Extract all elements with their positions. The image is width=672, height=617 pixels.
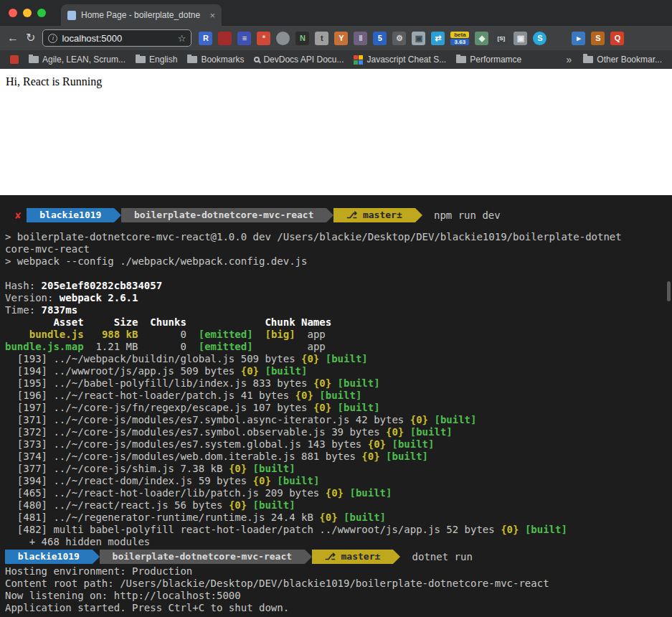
- terminal-line: bundle.js 988 kB 0 [emitted] [big] app: [5, 329, 667, 341]
- bookmark-item-3[interactable]: English: [131, 55, 181, 65]
- folder-icon: [456, 56, 466, 63]
- terminal-line: Asset Size Chunks Chunk Names: [5, 316, 667, 329]
- extension-icon-22[interactable]: Q: [610, 32, 624, 45]
- prompt-command: dotnet run: [400, 550, 473, 564]
- bookmark-item-4[interactable]: Bookmarks: [183, 55, 248, 65]
- grid-icon: [354, 55, 363, 65]
- tab-close-icon[interactable]: ×: [209, 10, 215, 21]
- bookmark-label: Other Bookmar...: [597, 55, 662, 65]
- terminal-line: [194] ../wwwroot/js/app.js 509 bytes {0}…: [5, 365, 667, 377]
- terminal-line: [482] multi babel-polyfill react-hot-loa…: [5, 524, 667, 536]
- bookmarks-right-group: » Other Bookmar...: [565, 54, 667, 65]
- extension-icon-4[interactable]: *: [257, 32, 270, 45]
- extension-icon-19[interactable]: [552, 32, 566, 45]
- prompt-user-segment: blackie1019: [27, 208, 114, 222]
- web-page-content: Hi, React is Running: [0, 69, 672, 195]
- minimize-window-button[interactable]: [23, 9, 32, 17]
- powerline-arrow-icon: [393, 550, 400, 564]
- back-button[interactable]: ←: [7, 32, 19, 44]
- tab-title: Home Page - boilerplate_dotne: [81, 10, 204, 20]
- terminal-line: [195] ../~/babel-polyfill/lib/index.js 8…: [5, 377, 667, 390]
- extension-icon-17[interactable]: ▣: [514, 32, 527, 45]
- page-text: Hi, React is Running: [6, 75, 666, 88]
- powerline-arrow-icon: [93, 550, 100, 564]
- terminal-line: [481] ../~/regenerator-runtime/runtime.j…: [5, 512, 667, 524]
- reload-button[interactable]: ↻: [26, 32, 35, 44]
- extension-icon-9[interactable]: ‖: [354, 32, 367, 45]
- close-window-button[interactable]: [9, 9, 17, 17]
- bookmark-item-7[interactable]: Performamce: [452, 55, 526, 65]
- extension-icon-7[interactable]: t: [315, 32, 328, 45]
- bookmark-item-6[interactable]: Javascript Cheat S...: [349, 55, 450, 65]
- extension-icon-21[interactable]: S: [591, 32, 605, 45]
- shell-prompt: blackie1019 boilerplate-dotnetcore-mvc-r…: [5, 550, 667, 564]
- terminal-line: Content root path: /Users/blackie/Deskto…: [5, 578, 667, 590]
- powerline-arrow-icon: [114, 208, 121, 222]
- site-info-icon[interactable]: i: [48, 34, 57, 43]
- bookmark-item-1[interactable]: [6, 55, 23, 64]
- powerline-arrow-icon: [326, 208, 333, 222]
- terminal-line: + 468 hidden modules: [5, 536, 667, 548]
- extension-icon-6[interactable]: N: [295, 32, 309, 45]
- terminal-line: [373] ../~/core-js/modules/es7.system.gl…: [5, 438, 667, 451]
- url-text: localhost:5000: [62, 33, 173, 44]
- extension-icon-beta-badge[interactable]: beta3.63: [450, 32, 469, 45]
- extensions-row: R≡*NtY‖5⚙▣⇄beta3.63◆[S]▣S▸SQ: [199, 32, 665, 45]
- folder-icon: [29, 56, 39, 63]
- terminal-line: [377] ../~/core-js/shim.js 7.38 kB {0} […: [5, 463, 667, 475]
- terminal-scrollbar[interactable]: [667, 281, 671, 301]
- terminal-line: Version: webpack 2.6.1: [5, 292, 667, 304]
- bookmark-label: Bookmarks: [201, 55, 244, 65]
- bookmark-item-2[interactable]: Agile, LEAN, Scrum...: [24, 55, 130, 65]
- window-controls: [0, 9, 46, 17]
- extension-icon-11[interactable]: ⚙: [392, 32, 406, 45]
- bookmark-item-5[interactable]: DevDocs API Docu...: [250, 55, 348, 65]
- bookmark-label: Agile, LEAN, Scrum...: [42, 55, 126, 65]
- bookmarks-list: Agile, LEAN, Scrum...EnglishBookmarksDev…: [6, 55, 565, 65]
- terminal-line: [374] ../~/core-js/modules/web.dom.itera…: [5, 451, 667, 463]
- extension-icon-18[interactable]: S: [533, 32, 546, 45]
- tab-strip: Home Page - boilerplate_dotne ×: [0, 0, 672, 26]
- bookmark-star-icon[interactable]: ☆: [178, 33, 186, 44]
- prompt-git-branch-segment: ⎇ master±: [333, 208, 415, 222]
- browser-toolbar: ← ↻ i localhost:5000 ☆ R≡*NtY‖5⚙▣⇄beta3.…: [0, 26, 672, 50]
- extension-icon-8[interactable]: Y: [334, 32, 348, 45]
- folder-icon: [583, 56, 593, 63]
- extension-icon-5[interactable]: [276, 32, 290, 45]
- terminal-line: Time: 7837ms: [5, 304, 667, 316]
- extension-icon-1[interactable]: R: [199, 32, 212, 45]
- extension-icon-12[interactable]: ▣: [412, 32, 425, 45]
- zoom-window-button[interactable]: [37, 9, 46, 17]
- prompt-command: npm run dev: [422, 208, 501, 222]
- other-bookmarks-folder[interactable]: Other Bookmar...: [579, 55, 666, 65]
- bookmarks-overflow-chevron[interactable]: »: [565, 54, 574, 65]
- extension-icon-13[interactable]: ⇄: [431, 32, 445, 45]
- terminal-line: [371] ../~/core-js/modules/es7.symbol.as…: [5, 414, 667, 426]
- terminal-line: [197] ../~/core-js/fn/regexp/escape.js 1…: [5, 402, 667, 414]
- powerline-arrow-icon: [415, 208, 422, 222]
- prompt-directory-segment: boilerplate-dotnetcore-mvc-react: [100, 550, 305, 564]
- terminal-line: Hosting environment: Production: [5, 565, 667, 578]
- address-bar[interactable]: i localhost:5000 ☆: [42, 29, 191, 47]
- folder-icon: [136, 56, 146, 63]
- extension-icon-2[interactable]: [218, 32, 232, 45]
- browser-tab[interactable]: Home Page - boilerplate_dotne ×: [61, 4, 222, 26]
- terminal-line: [394] ../~/react-dom/index.js 59 bytes {…: [5, 475, 667, 487]
- bookmark-label: English: [149, 55, 177, 65]
- terminal-output: ✘ blackie1019 boilerplate-dotnetcore-mvc…: [5, 208, 667, 614]
- powerline-arrow-icon: [305, 550, 312, 564]
- terminal-line: [193] ../~/webpack/buildin/global.js 509…: [5, 353, 667, 365]
- terminal-line: Now listening on: http://localhost:5000: [5, 590, 667, 602]
- extension-icon-15[interactable]: ◆: [475, 32, 488, 45]
- terminal-line: > webpack --config ./webpack/webpack.con…: [5, 255, 667, 268]
- extension-icon-3[interactable]: ≡: [237, 32, 251, 45]
- bookmark-label: Performamce: [470, 55, 521, 65]
- prompt-git-branch-segment: ⎇ master±: [312, 550, 393, 564]
- terminal-window: ✘ blackie1019 boilerplate-dotnetcore-mvc…: [0, 195, 672, 617]
- extension-icon-16[interactable]: [S]: [494, 32, 508, 45]
- magnifier-icon: [254, 57, 260, 62]
- extension-icon-10[interactable]: 5: [373, 32, 387, 45]
- prompt-directory-segment: boilerplate-dotnetcore-mvc-react: [121, 208, 326, 222]
- terminal-line: Application started. Press Ctrl+C to shu…: [5, 602, 667, 614]
- extension-icon-20[interactable]: ▸: [572, 32, 585, 45]
